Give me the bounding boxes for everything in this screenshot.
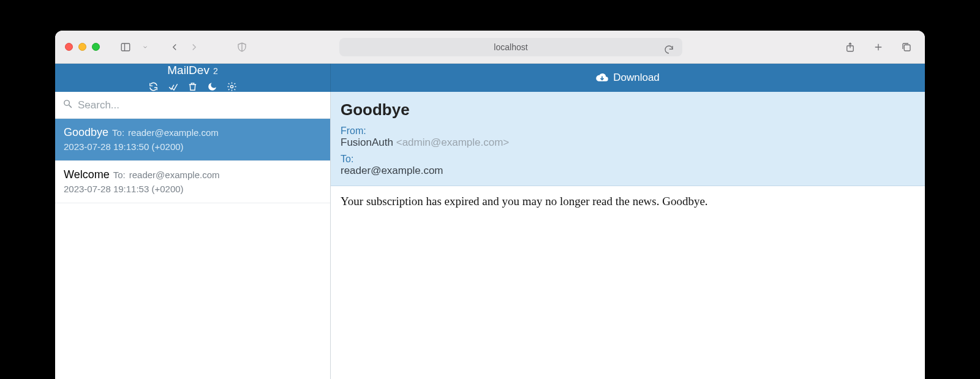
svg-rect-0 bbox=[121, 43, 130, 51]
mail-to-label: To: bbox=[113, 170, 126, 180]
svg-line-14 bbox=[69, 105, 72, 108]
minimize-window-button[interactable] bbox=[78, 43, 86, 51]
download-label: Download bbox=[613, 72, 660, 84]
sidebar-tools bbox=[148, 81, 238, 92]
message-body: Your subscription has expired and you ma… bbox=[331, 186, 925, 379]
mail-to: reader@example.com bbox=[128, 127, 219, 138]
search-input[interactable] bbox=[78, 99, 323, 111]
privacy-shield-icon[interactable] bbox=[233, 39, 251, 56]
mail-subject: Goodbye bbox=[64, 126, 108, 139]
window-controls bbox=[65, 43, 100, 51]
sidebar-header: MailDev 2 bbox=[55, 64, 331, 92]
search-box bbox=[55, 92, 330, 119]
mail-to: reader@example.com bbox=[129, 170, 220, 180]
svg-rect-7 bbox=[904, 45, 910, 51]
browser-window: localhost MailDev 2 bbox=[55, 31, 925, 379]
trash-icon[interactable] bbox=[187, 81, 198, 92]
maildev-app: MailDev 2 </> HTML 100% bbox=[55, 64, 925, 379]
mail-subject: Welcome bbox=[64, 168, 110, 181]
svg-point-13 bbox=[64, 100, 70, 106]
share-button[interactable] bbox=[842, 39, 859, 56]
nav-group bbox=[166, 39, 203, 56]
message-toolbar: </> HTML 100% Download Relay Delet bbox=[331, 64, 925, 92]
fullscreen-window-button[interactable] bbox=[92, 43, 100, 51]
message-header: Goodbye From: FusionAuth <admin@example.… bbox=[331, 92, 925, 186]
reload-button[interactable] bbox=[660, 41, 677, 58]
refresh-icon[interactable] bbox=[148, 81, 159, 92]
download-button[interactable]: Download bbox=[596, 72, 660, 84]
mail-list-item[interactable]: Goodbye To: reader@example.com 2023-07-2… bbox=[55, 119, 330, 161]
from-address: <admin@example.com> bbox=[396, 137, 510, 148]
mail-list-item[interactable]: Welcome To: reader@example.com 2023-07-2… bbox=[55, 161, 330, 203]
app-name: MailDev bbox=[167, 64, 209, 77]
chrome-right-group bbox=[842, 39, 915, 56]
message-pane: Goodbye From: FusionAuth <admin@example.… bbox=[331, 92, 925, 379]
mail-to-label: To: bbox=[112, 127, 124, 138]
mark-read-icon[interactable] bbox=[168, 81, 179, 92]
app-brand[interactable]: MailDev 2 bbox=[167, 64, 217, 77]
to-label: To: bbox=[341, 154, 915, 165]
mail-date: 2023-07-28 19:11:53 (+0200) bbox=[64, 184, 322, 194]
browser-chrome: localhost bbox=[55, 31, 925, 64]
sidebar-toggle-button[interactable] bbox=[117, 39, 134, 56]
sidebar-toggle-group bbox=[117, 39, 154, 56]
dark-mode-icon[interactable] bbox=[207, 81, 218, 92]
svg-point-8 bbox=[230, 85, 233, 88]
gear-icon[interactable] bbox=[227, 81, 238, 92]
tabs-overview-button[interactable] bbox=[898, 39, 915, 56]
address-text: localhost bbox=[494, 42, 527, 52]
search-icon bbox=[62, 99, 73, 111]
address-bar[interactable]: localhost bbox=[339, 38, 682, 56]
to-value: reader@example.com bbox=[341, 165, 915, 177]
mail-date: 2023-07-28 19:13:50 (+0200) bbox=[64, 141, 322, 152]
from-label: From: bbox=[341, 126, 915, 137]
from-name: FusionAuth bbox=[341, 137, 393, 148]
message-subject: Goodbye bbox=[341, 100, 915, 119]
back-button[interactable] bbox=[166, 39, 183, 56]
new-tab-button[interactable] bbox=[870, 39, 887, 56]
from-value: FusionAuth <admin@example.com> bbox=[341, 137, 915, 149]
sidebar-menu-chevron-icon[interactable] bbox=[137, 39, 154, 56]
mail-list-pane: Goodbye To: reader@example.com 2023-07-2… bbox=[55, 92, 331, 379]
close-window-button[interactable] bbox=[65, 43, 73, 51]
forward-button[interactable] bbox=[186, 39, 203, 56]
mail-count: 2 bbox=[213, 66, 218, 76]
